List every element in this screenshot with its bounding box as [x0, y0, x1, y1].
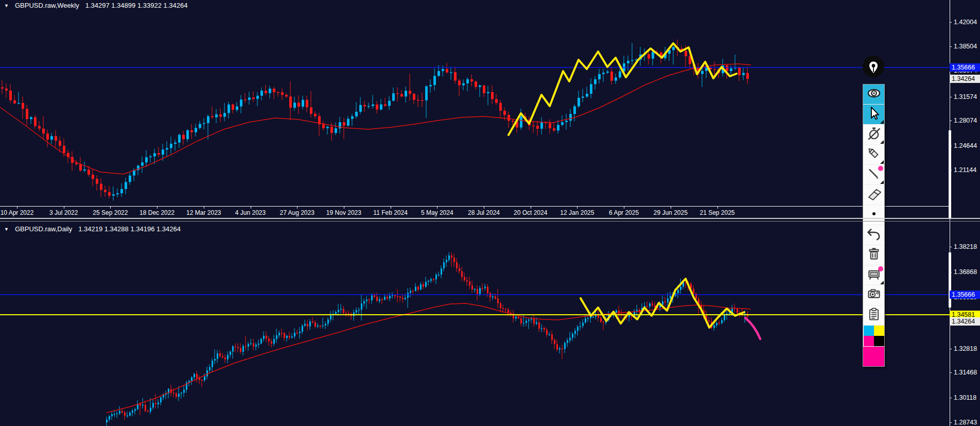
trash-icon — [865, 245, 883, 265]
daily-symbol-label: GBPUSD.raw,Daily — [15, 225, 72, 233]
price-tick-label: 1.21144 — [954, 166, 976, 174]
price-tick-label: 1.32818 — [954, 345, 977, 353]
stopwatch-off-button[interactable] — [863, 125, 884, 145]
date-tick-mark — [251, 207, 251, 209]
date-tick-mark — [17, 207, 18, 209]
undo-icon — [865, 225, 883, 245]
color-swatch[interactable] — [864, 326, 874, 336]
color-swatch[interactable] — [874, 336, 884, 346]
price-tick-mark — [950, 97, 952, 97]
magenta-swatch-button[interactable] — [863, 347, 884, 366]
undo-button[interactable] — [863, 225, 884, 245]
date-label: 12 Jan 2025 — [560, 209, 594, 216]
daily-price-axis[interactable]: 1.382181.368681.355181.328181.314681.301… — [950, 220, 980, 426]
camera-icon — [865, 285, 883, 305]
price-tick-label: 1.30118 — [954, 394, 976, 402]
weekly-symbol-label: GBPUSD.raw,Weekly — [15, 2, 79, 9]
submenu-corner-icon — [880, 180, 884, 184]
date-tick-mark — [484, 207, 484, 209]
chart-window-daily[interactable]: ▼ GBPUSD.raw,Daily 1.34219 1.34288 1.341… — [0, 220, 980, 426]
weekly-ohlc-values: 1.34297 1.34899 1.33922 1.34264 — [85, 2, 188, 9]
date-label: 25 Sep 2022 — [93, 209, 128, 216]
magenta-swatch-icon — [863, 347, 884, 366]
marker-pencil-button[interactable] — [863, 145, 884, 165]
pen-pin-icon[interactable] — [862, 55, 885, 78]
dot-button[interactable] — [863, 205, 884, 225]
date-label: 12 Mar 2023 — [186, 209, 221, 216]
drawing-toolbar — [862, 55, 885, 78]
clipboard-button[interactable] — [863, 305, 884, 326]
submenu-corner-icon — [880, 160, 884, 164]
date-tick-mark — [110, 207, 111, 209]
date-tick-mark — [204, 207, 204, 209]
price-badge: 1.35666 — [950, 291, 980, 299]
trash-button[interactable] — [863, 245, 884, 265]
pink-dot-indicator — [878, 166, 883, 171]
price-tick-label: 1.36868 — [954, 268, 977, 276]
date-label: 11 Feb 2024 — [373, 209, 408, 216]
date-label: 4 Jun 2023 — [235, 209, 266, 216]
eraser-button[interactable] — [863, 185, 884, 205]
daily-candlestick-chart[interactable] — [0, 220, 950, 426]
chart-window-weekly[interactable]: ▼ GBPUSD.raw,Weekly 1.34297 1.34899 1.33… — [0, 0, 980, 218]
date-label: 20 Oct 2024 — [514, 209, 547, 216]
date-tick-mark — [437, 207, 437, 209]
date-tick-mark — [391, 207, 391, 209]
price-tick-mark — [950, 146, 952, 146]
weekly-price-axis[interactable]: 1.420041.385041.350741.315741.280741.246… — [950, 0, 980, 218]
date-label: 19 Nov 2023 — [326, 209, 361, 216]
collapse-triangle-icon[interactable]: ▼ — [4, 3, 9, 8]
cursor-button[interactable] — [863, 105, 884, 125]
date-label: 3 Jul 2022 — [49, 209, 78, 216]
date-label: 5 May 2024 — [421, 209, 453, 216]
price-tick-mark — [950, 272, 952, 272]
price-tick-label: 1.31574 — [954, 93, 977, 101]
date-tick-mark — [297, 207, 297, 209]
price-badge: 1.34264 — [950, 317, 980, 326]
candles-daily — [106, 252, 748, 426]
eraser-icon — [865, 185, 883, 205]
price-tick-mark — [950, 46, 952, 47]
date-tick-mark — [624, 207, 624, 209]
date-tick-mark — [671, 207, 671, 209]
moving-average-line — [0, 64, 751, 174]
price-tick-mark — [950, 372, 952, 373]
color-swatch[interactable] — [864, 336, 874, 346]
date-tick-mark — [64, 207, 64, 209]
price-badge: 1.34264 — [950, 75, 980, 83]
weekly-chart-title: ▼ GBPUSD.raw,Weekly 1.34297 1.34899 1.33… — [4, 2, 187, 9]
price-tick-mark — [950, 422, 952, 423]
submenu-corner-icon — [880, 281, 884, 284]
color-palette-button[interactable] — [863, 326, 884, 347]
eye-icon — [865, 84, 883, 104]
price-tick-mark — [950, 349, 952, 349]
date-label: 6 Apr 2025 — [609, 209, 639, 216]
date-label: 29 Jun 2025 — [654, 209, 688, 216]
date-label: 21 Sep 2025 — [699, 209, 734, 216]
mt4-workspace: ▼ GBPUSD.raw,Weekly 1.34297 1.34899 1.33… — [0, 0, 980, 426]
date-tick-mark — [531, 207, 531, 209]
dot-icon — [865, 205, 883, 225]
moving-average-line — [107, 303, 750, 413]
price-tick-mark — [950, 22, 952, 23]
projector-button[interactable] — [863, 265, 884, 285]
zigzag-drawing[interactable] — [509, 43, 737, 135]
window-splitter-shadow — [0, 221, 980, 221]
window-splitter[interactable] — [0, 218, 980, 219]
weekly-time-axis[interactable]: 10 Apr 20223 Jul 202225 Sep 202218 Dec 2… — [0, 206, 950, 219]
date-tick-mark — [577, 207, 577, 209]
trendline-pencil-button[interactable] — [863, 165, 884, 185]
collapse-triangle-icon[interactable]: ▼ — [4, 227, 9, 232]
pink-dot-indicator — [878, 266, 883, 271]
eye-button[interactable] — [863, 84, 884, 105]
freehand-projection-curve[interactable] — [745, 318, 760, 339]
date-label: 28 Jul 2024 — [468, 209, 500, 216]
camera-button[interactable] — [863, 285, 884, 305]
color-swatch[interactable] — [874, 326, 884, 336]
weekly-candlestick-chart[interactable] — [0, 0, 950, 206]
color-palette-icon — [864, 326, 884, 346]
daily-ohlc-values: 1.34219 1.34288 1.34196 1.34264 — [78, 225, 181, 233]
price-tick-label: 1.31468 — [954, 368, 977, 377]
date-label: 27 Aug 2023 — [279, 209, 314, 216]
price-tick-mark — [950, 121, 952, 121]
